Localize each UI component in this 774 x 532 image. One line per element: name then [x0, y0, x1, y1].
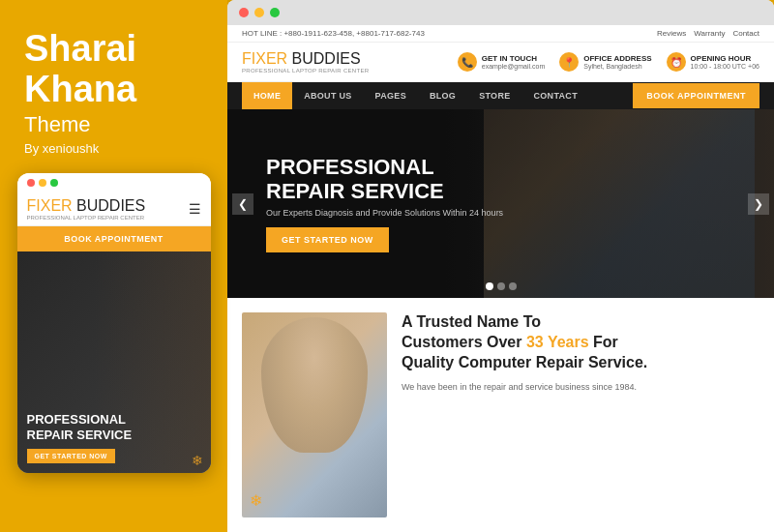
hero-dot-2[interactable]: [497, 282, 505, 290]
logo-tagline: PROFESSIONAL LAPTOP REPAIR CENTER: [242, 68, 369, 74]
site-nav: HOME ABOUT US PAGES BLOG STORE CONTACT B…: [227, 82, 774, 109]
logo-name: FIXER BUDDIES: [242, 50, 369, 68]
topbar-hotline: HOT LINE : +880-1911-623-458, +8801-717-…: [242, 29, 425, 38]
content-section: ❄ A Trusted Name ToCustomers Over 33 Yea…: [227, 298, 774, 532]
content-title: A Trusted Name ToCustomers Over 33 Years…: [402, 312, 759, 372]
mobile-logo-tagline: PROFESSIONAL LAPTOP REPAIR CENTER: [27, 215, 146, 221]
clock-icon: ⏰: [667, 52, 686, 72]
mobile-hero-title: PROFESSIONALREPAIR SERVICE: [27, 412, 201, 442]
nav-contact[interactable]: CONTACT: [522, 82, 589, 109]
mobile-top-dots: [17, 173, 211, 192]
dot-green: [50, 179, 58, 187]
mobile-hero-cta[interactable]: GET STARTED NOW: [27, 449, 115, 463]
site-logo: FIXER BUDDIES PROFESSIONAL LAPTOP REPAIR…: [242, 50, 369, 74]
contact-address: 📍 OFFICE ADDRESS Sylhet, Bangladesh: [559, 52, 651, 72]
theme-label: Theme: [24, 112, 90, 137]
hero-dot-3[interactable]: [509, 282, 517, 290]
hero-cta-button[interactable]: GET STARTED NOW: [266, 227, 389, 252]
mobile-header: FIXER BUDDIES PROFESSIONAL LAPTOP REPAIR…: [17, 192, 211, 226]
content-body: We have been in the repair and service b…: [402, 380, 759, 394]
hero-indicators: [486, 282, 517, 290]
brand-title: SharaiKhana: [24, 29, 136, 110]
nav-items: HOME ABOUT US PAGES BLOG STORE CONTACT: [242, 82, 589, 109]
site-header: FIXER BUDDIES PROFESSIONAL LAPTOP REPAIR…: [227, 43, 774, 82]
mobile-hero: PROFESSIONALREPAIR SERVICE GET STARTED N…: [17, 251, 211, 473]
hero-arrow-left[interactable]: ❮: [232, 193, 253, 215]
contact-touch-value: example@gmail.com: [482, 63, 545, 70]
nav-store[interactable]: STORE: [467, 82, 521, 109]
nav-blog[interactable]: BLOG: [418, 82, 467, 109]
mobile-hero-content: PROFESSIONALREPAIR SERVICE GET STARTED N…: [27, 412, 201, 462]
dot-red: [27, 179, 35, 187]
location-icon: 📍: [559, 52, 579, 72]
contact-hours-value: 10:00 - 18:00 UTC +06: [691, 63, 759, 70]
topbar-links: Reviews Warranty Contact: [657, 29, 759, 38]
by-label: By xenioushk: [24, 141, 99, 156]
logo-buddies: BUDDIES: [287, 50, 361, 67]
chrome-dot-yellow[interactable]: [254, 8, 264, 17]
nav-home[interactable]: HOME: [242, 82, 292, 109]
mobile-logo-fixer: FIXER: [27, 197, 73, 214]
hero-subtitle: Our Experts Diagnosis and Provide Soluti…: [266, 208, 503, 218]
contact-address-value: Sylhet, Bangladesh: [583, 63, 651, 70]
hero-arrow-right[interactable]: ❯: [748, 193, 769, 215]
mobile-logo-buddies: BUDDIES: [73, 197, 146, 214]
contact-touch: 📞 GET IN TOUCH example@gmail.com: [458, 52, 545, 72]
chrome-dot-green[interactable]: [270, 8, 280, 17]
topbar-reviews[interactable]: Reviews: [657, 29, 686, 38]
dot-yellow: [39, 179, 46, 187]
menu-icon[interactable]: ☰: [189, 201, 201, 217]
hero-section: ❮ ❯ PROFESSIONALREPAIR SERVICE Our Exper…: [227, 109, 774, 298]
contact-address-text: OFFICE ADDRESS Sylhet, Bangladesh: [583, 54, 651, 70]
mobile-mockup: FIXER BUDDIES PROFESSIONAL LAPTOP REPAIR…: [17, 173, 211, 473]
left-panel: SharaiKhana Theme By xenioushk FIXER BUD…: [0, 0, 227, 532]
content-highlight: 33 Years: [526, 334, 589, 350]
mobile-book-button[interactable]: BOOK APPOINTMENT: [17, 226, 211, 251]
person-face: [261, 317, 368, 453]
contact-address-label: OFFICE ADDRESS: [583, 54, 651, 63]
browser-chrome: [227, 0, 774, 25]
nav-book-button[interactable]: BOOK APPOINTMENT: [633, 83, 759, 108]
phone-icon: 📞: [458, 52, 477, 72]
contact-hours: ⏰ OPENING HOUR 10:00 - 18:00 UTC +06: [667, 52, 759, 72]
contact-hours-label: OPENING HOUR: [691, 54, 759, 63]
hero-content: PROFESSIONALREPAIR SERVICE Our Experts D…: [227, 155, 542, 253]
topbar-contact[interactable]: Contact: [732, 29, 759, 38]
nav-pages[interactable]: PAGES: [364, 82, 418, 109]
hero-title: PROFESSIONALREPAIR SERVICE: [266, 155, 503, 204]
hero-dot-1[interactable]: [486, 282, 493, 290]
site-topbar: HOT LINE : +880-1911-623-458, +8801-717-…: [227, 25, 774, 43]
content-text: A Trusted Name ToCustomers Over 33 Years…: [402, 312, 759, 517]
mobile-logo: FIXER BUDDIES PROFESSIONAL LAPTOP REPAIR…: [27, 197, 146, 221]
browser-panel: HOT LINE : +880-1911-623-458, +8801-717-…: [227, 0, 774, 532]
chrome-dot-red[interactable]: [239, 8, 249, 17]
header-contact: 📞 GET IN TOUCH example@gmail.com 📍 OFFIC…: [458, 52, 759, 72]
topbar-warranty[interactable]: Warranty: [694, 29, 725, 38]
contact-touch-label: GET IN TOUCH: [482, 54, 545, 63]
snowflake-icon: ❄: [250, 491, 262, 510]
contact-hours-text: OPENING HOUR 10:00 - 18:00 UTC +06: [691, 54, 759, 70]
logo-fixer: FIXER: [242, 50, 287, 67]
contact-touch-text: GET IN TOUCH example@gmail.com: [482, 54, 545, 70]
content-image: ❄: [242, 312, 387, 517]
nav-about[interactable]: ABOUT US: [292, 82, 363, 109]
